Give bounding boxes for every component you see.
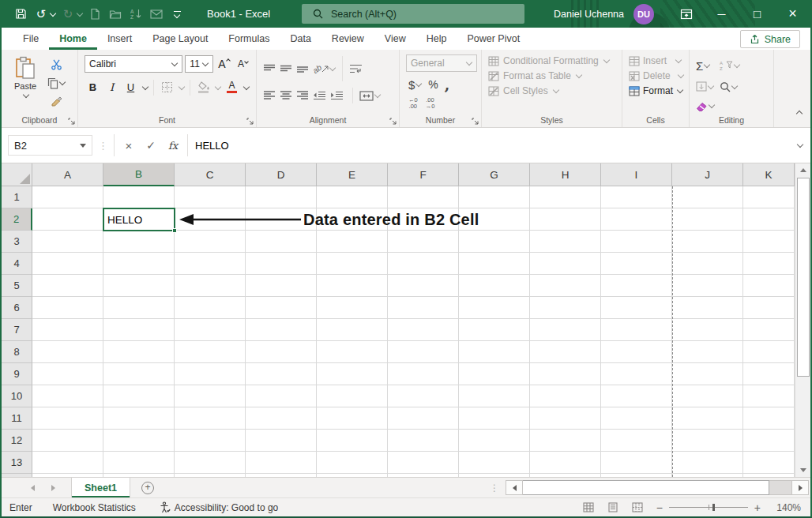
middle-align-button[interactable] (280, 64, 292, 73)
cell-C12[interactable] (175, 430, 246, 452)
format-cells-button[interactable]: Format (629, 85, 684, 96)
cell-F5[interactable] (388, 275, 459, 297)
email-icon[interactable] (147, 3, 166, 25)
cell-I6[interactable] (601, 297, 672, 319)
currency-dropdown-icon[interactable] (415, 81, 422, 87)
scroll-down-icon[interactable] (795, 464, 810, 477)
cell-J10[interactable] (672, 385, 743, 407)
cell-I7[interactable] (601, 319, 672, 341)
cell-J3[interactable] (672, 231, 743, 253)
column-header-F[interactable]: F (388, 163, 459, 186)
cell-D9[interactable] (246, 363, 317, 385)
cell-D[interactable] (246, 474, 317, 477)
cell-B6[interactable] (103, 297, 175, 319)
cell-G11[interactable] (459, 407, 530, 430)
cell-F10[interactable] (388, 385, 459, 407)
row-header-4[interactable]: 4 (2, 253, 32, 275)
increase-indent-button[interactable] (330, 91, 344, 100)
cell-C13[interactable] (175, 452, 246, 474)
cell-A12[interactable] (32, 430, 103, 452)
page-break-preview-icon[interactable] (632, 502, 643, 512)
cell-H2[interactable] (530, 208, 601, 231)
cell-K12[interactable] (743, 430, 795, 452)
next-sheet-icon[interactable] (43, 478, 63, 497)
underline-dropdown-icon[interactable] (142, 83, 148, 89)
cell-J2[interactable] (672, 208, 743, 231)
scroll-up-icon[interactable] (795, 163, 810, 177)
font-family-select[interactable]: Calibri (85, 55, 182, 73)
cell-D12[interactable] (246, 430, 317, 452)
cell-C[interactable] (175, 474, 246, 477)
cell-F12[interactable] (388, 430, 459, 452)
cell-H10[interactable] (530, 385, 601, 407)
cell-I8[interactable] (601, 341, 672, 363)
percent-format-button[interactable]: % (428, 78, 438, 91)
cell-D10[interactable] (246, 385, 317, 407)
row-header-10[interactable]: 10 (2, 385, 32, 407)
tab-home[interactable]: Home (49, 28, 97, 50)
cell-F6[interactable] (388, 297, 459, 319)
cell-H7[interactable] (530, 319, 601, 341)
cell-B1[interactable] (103, 186, 175, 208)
cell-F4[interactable] (388, 253, 459, 275)
cell-E4[interactable] (317, 253, 388, 275)
row-header-partial[interactable] (2, 474, 32, 477)
column-header-C[interactable]: C (175, 163, 246, 186)
cell-F13[interactable] (388, 452, 459, 474)
column-header-K[interactable]: K (743, 163, 795, 186)
cell-B7[interactable] (103, 319, 175, 341)
cell-E13[interactable] (317, 452, 388, 474)
align-center-button[interactable] (280, 91, 292, 100)
cell-K10[interactable] (743, 385, 795, 407)
cell-E8[interactable] (317, 341, 388, 363)
cell-B13[interactable] (103, 452, 175, 474)
cell-F[interactable] (388, 474, 459, 477)
cell-E11[interactable] (317, 407, 388, 430)
scroll-left-icon[interactable] (506, 480, 523, 495)
row-header-11[interactable]: 11 (2, 407, 32, 430)
cell-A5[interactable] (32, 275, 103, 297)
cell-B8[interactable] (103, 341, 175, 363)
name-box-dropdown-icon[interactable] (80, 144, 86, 148)
row-header-6[interactable]: 6 (2, 297, 32, 319)
cell-D8[interactable] (246, 341, 317, 363)
orientation-button[interactable]: ab (313, 65, 336, 73)
cell-A10[interactable] (32, 385, 103, 407)
cell-I12[interactable] (601, 430, 672, 452)
cell-E9[interactable] (317, 363, 388, 385)
fill-color-dropdown-icon[interactable] (215, 83, 221, 89)
cell-D6[interactable] (246, 297, 317, 319)
cell-I[interactable] (601, 474, 672, 477)
column-header-G[interactable]: G (459, 163, 530, 186)
column-header-B[interactable]: B (103, 163, 175, 186)
copy-dropdown-icon[interactable] (59, 79, 66, 85)
page-layout-view-icon[interactable] (607, 502, 618, 512)
tab-power-pivot[interactable]: Power Pivot (457, 28, 530, 50)
cell-G5[interactable] (459, 275, 530, 297)
cell-K4[interactable] (743, 253, 795, 275)
cell-K9[interactable] (743, 363, 795, 385)
cell-K5[interactable] (743, 275, 795, 297)
insert-function-icon[interactable]: fx (162, 140, 184, 152)
tab-insert[interactable]: Insert (97, 28, 142, 50)
column-header-J[interactable]: J (672, 163, 743, 186)
cell-J[interactable] (672, 474, 743, 477)
cell-B9[interactable] (103, 363, 175, 385)
share-button[interactable]: Share (740, 30, 800, 48)
cell-I2[interactable] (601, 208, 672, 231)
cell-H11[interactable] (530, 407, 601, 430)
save-icon[interactable] (11, 3, 30, 25)
cell-A[interactable] (32, 474, 103, 477)
tab-formulas[interactable]: Formulas (218, 28, 280, 50)
cell-E10[interactable] (317, 385, 388, 407)
zoom-out-button[interactable]: − (656, 501, 663, 514)
cell-I5[interactable] (601, 275, 672, 297)
fill-color-button[interactable] (195, 78, 212, 96)
cell-B5[interactable] (103, 275, 175, 297)
cell-I11[interactable] (601, 407, 672, 430)
cell-K1[interactable] (743, 186, 795, 208)
row-header-1[interactable]: 1 (2, 186, 32, 208)
comma-format-button[interactable]: , (445, 76, 450, 93)
cell-I9[interactable] (601, 363, 672, 385)
column-header-A[interactable]: A (32, 163, 103, 186)
